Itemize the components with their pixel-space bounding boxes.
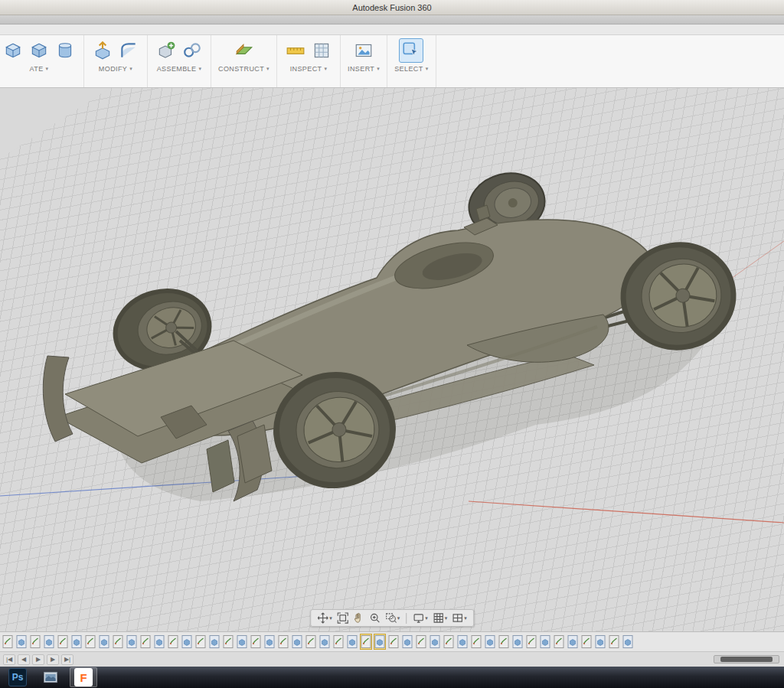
- measure-icon[interactable]: [284, 39, 307, 62]
- timeline-controls: |◀◀▶▶▶|: [0, 651, 784, 667]
- toolbar-group-label: SELECT: [394, 65, 423, 73]
- play-button[interactable]: ▶: [32, 654, 44, 665]
- timeline-feature-sketch[interactable]: [250, 634, 261, 649]
- timeline-feature-extrude[interactable]: [485, 634, 495, 649]
- new-component-icon[interactable]: [155, 39, 178, 62]
- taskbar-item-fusion-360[interactable]: F: [70, 667, 97, 687]
- taskbar-item-window-preview[interactable]: [37, 667, 64, 687]
- timeline-feature-sketch[interactable]: [278, 634, 289, 649]
- canvas-icon[interactable]: [352, 39, 375, 62]
- section-icon[interactable]: [310, 39, 333, 62]
- timeline-feature-sketch[interactable]: [388, 634, 399, 649]
- chevron-down-icon: ▾: [397, 615, 400, 621]
- timeline-feature-sketch[interactable]: [305, 634, 316, 649]
- timeline-feature-sketch[interactable]: [30, 634, 41, 649]
- menu-strip: [0, 24, 784, 35]
- toolbar-dropdown-inspect[interactable]: INSPECT▾: [290, 65, 328, 73]
- timeline-feature-extrude[interactable]: [99, 634, 109, 649]
- zoom-window-icon[interactable]: ▾: [384, 611, 402, 624]
- timeline-feature-sketch[interactable]: [85, 634, 96, 649]
- toolbar-dropdown-modify[interactable]: MODIFY▾: [99, 65, 132, 73]
- grid-icon[interactable]: ▾: [431, 611, 449, 624]
- timeline-feature-sketch[interactable]: [113, 634, 123, 649]
- timeline-feature-extrude[interactable]: [209, 634, 220, 649]
- step-back-button[interactable]: ◀: [18, 654, 30, 665]
- timeline-feature-extrude[interactable]: [319, 634, 330, 649]
- timeline-feature-sketch[interactable]: [333, 634, 344, 649]
- plane-icon[interactable]: [233, 39, 256, 62]
- timeline-feature-extrude[interactable]: [430, 634, 440, 649]
- timeline-feature-sketch[interactable]: [2, 634, 13, 649]
- toolbar-icons-row: [2, 39, 77, 62]
- timeline-feature-extrude[interactable]: [540, 634, 550, 649]
- go-to-end-button[interactable]: ▶|: [61, 654, 74, 665]
- press-pull-icon[interactable]: [91, 39, 114, 62]
- window-titlebar[interactable]: Autodesk Fusion 360: [0, 0, 784, 15]
- toolbar-icons-row: [400, 39, 423, 62]
- pan-icon[interactable]: ▾: [315, 611, 334, 624]
- cylinder-icon[interactable]: [54, 39, 77, 62]
- timeline-feature-sketch[interactable]: [416, 634, 426, 649]
- step-forward-button[interactable]: ▶: [47, 654, 59, 665]
- toolbar-dropdown-insert[interactable]: INSERT▾: [348, 65, 380, 73]
- timeline-feature-extrude[interactable]: [512, 634, 523, 649]
- chevron-down-icon: ▾: [46, 66, 49, 72]
- timeline-feature-extrude[interactable]: [347, 634, 358, 649]
- timeline-feature-extrude[interactable]: [567, 634, 578, 649]
- viewports-icon[interactable]: ▾: [450, 611, 469, 624]
- timeline-feature-extrude[interactable]: [237, 634, 247, 649]
- timeline-feature-sketch[interactable]: [609, 634, 619, 649]
- timeline-feature-sketch[interactable]: [471, 634, 482, 649]
- viewport-canvas[interactable]: ▾▾▾▾▾: [0, 88, 784, 631]
- chevron-down-icon: ▾: [425, 615, 428, 621]
- timeline-scrollbar[interactable]: [714, 655, 779, 664]
- zoom-in-icon[interactable]: [368, 611, 382, 624]
- timeline-feature-sketch[interactable]: [223, 634, 234, 649]
- timeline-feature-sketch[interactable]: [140, 634, 151, 649]
- timeline-feature-extrude[interactable]: [374, 634, 385, 649]
- toolbar-group-label: INSERT: [348, 65, 374, 73]
- toolbar-dropdown-construct[interactable]: CONSTRUCT▾: [218, 65, 270, 73]
- timeline-feature-sketch[interactable]: [443, 634, 454, 649]
- display-icon[interactable]: ▾: [411, 611, 430, 624]
- timeline-feature-extrude[interactable]: [154, 634, 165, 649]
- timeline-feature-sketch[interactable]: [361, 634, 371, 649]
- chevron-down-icon: ▾: [445, 615, 448, 621]
- go-to-start-button[interactable]: |◀: [3, 654, 15, 665]
- taskbar-item-photoshop[interactable]: Ps: [4, 667, 31, 687]
- timeline-feature-sketch[interactable]: [526, 634, 537, 649]
- timeline-feature-extrude[interactable]: [457, 634, 468, 649]
- f1-car-model[interactable]: [43, 165, 740, 501]
- ribbon-toolbar: ATE▾MODIFY▾ASSEMBLE▾CONSTRUCT▾INSPECT▾IN…: [0, 35, 784, 88]
- timeline-feature-extrude[interactable]: [264, 634, 275, 649]
- toolbar-dropdown-select[interactable]: SELECT▾: [394, 65, 428, 73]
- chevron-down-icon: ▾: [266, 66, 270, 72]
- os-taskbar: PsF: [0, 667, 784, 688]
- toolbar-dropdown-create[interactable]: ATE▾: [30, 65, 49, 73]
- box-icon[interactable]: [2, 39, 24, 62]
- joint-icon[interactable]: [181, 39, 204, 62]
- toolbar-dropdown-assemble[interactable]: ASSEMBLE▾: [157, 65, 202, 73]
- timeline-feature-extrude[interactable]: [292, 634, 302, 649]
- timeline-feature-extrude[interactable]: [595, 634, 606, 649]
- select-icon[interactable]: [400, 39, 423, 62]
- step-back-icon: ◀: [21, 656, 26, 663]
- timeline-feature-sketch[interactable]: [168, 634, 178, 649]
- timeline-feature-extrude[interactable]: [622, 634, 633, 649]
- fit-icon[interactable]: [335, 611, 350, 624]
- rounded-box-icon[interactable]: [28, 39, 51, 62]
- fillet-icon[interactable]: [117, 39, 140, 62]
- timeline-feature-extrude[interactable]: [16, 634, 27, 649]
- timeline-feature-sketch[interactable]: [498, 634, 509, 649]
- timeline-feature-extrude[interactable]: [126, 634, 137, 649]
- timeline-feature-sketch[interactable]: [57, 634, 68, 649]
- timeline-scrollbar-thumb[interactable]: [720, 657, 773, 662]
- timeline-feature-extrude[interactable]: [44, 634, 54, 649]
- timeline-feature-extrude[interactable]: [402, 634, 413, 649]
- timeline-feature-extrude[interactable]: [181, 634, 192, 649]
- timeline-feature-extrude[interactable]: [71, 634, 82, 649]
- timeline-feature-sketch[interactable]: [195, 634, 206, 649]
- hand-icon[interactable]: [351, 611, 366, 624]
- timeline-feature-sketch[interactable]: [554, 634, 564, 649]
- timeline-feature-sketch[interactable]: [581, 634, 592, 649]
